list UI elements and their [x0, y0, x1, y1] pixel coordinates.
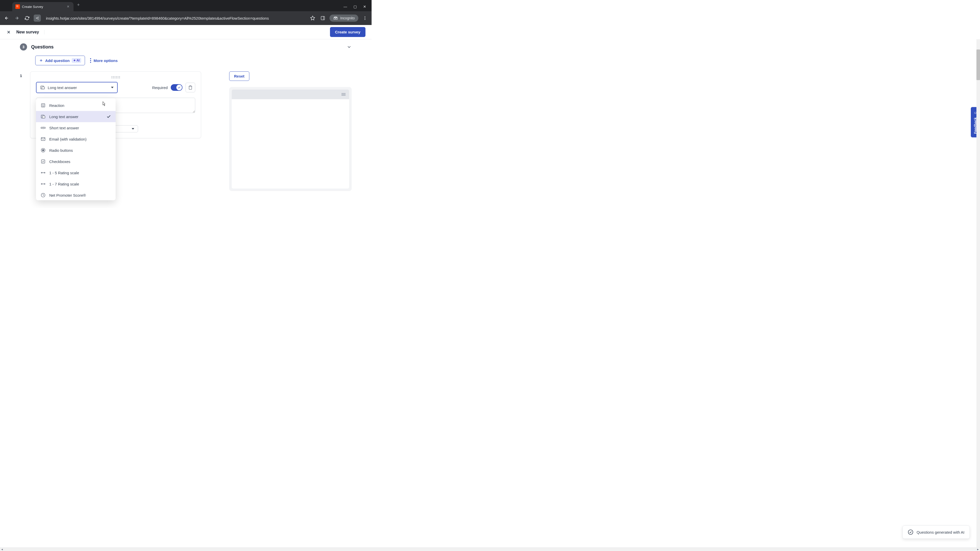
- long-text-icon: [41, 114, 46, 119]
- preview-box: [229, 87, 352, 191]
- side-panel-icon[interactable]: [319, 14, 326, 22]
- close-window-icon[interactable]: ✕: [363, 5, 366, 9]
- check-icon: [107, 114, 111, 119]
- question-card: Long text answer Required: [30, 71, 201, 138]
- maximize-icon[interactable]: ▢: [353, 5, 357, 9]
- section-title: Questions: [31, 44, 342, 50]
- question-number: 1: [20, 71, 25, 138]
- browser-toolbar: insights.hotjar.com/sites/3814994/survey…: [0, 11, 372, 25]
- svg-point-31: [44, 172, 45, 173]
- reload-button[interactable]: [24, 14, 30, 22]
- forward-button[interactable]: [13, 14, 21, 22]
- add-question-label: Add question: [45, 59, 70, 63]
- required-label: Required: [152, 86, 168, 90]
- action-row: Add question ✦ AI More options: [35, 56, 352, 65]
- add-question-button[interactable]: Add question ✦ AI: [35, 56, 85, 65]
- scale-icon: [41, 181, 46, 186]
- svg-point-8: [365, 16, 366, 17]
- hamburger-icon[interactable]: [342, 93, 345, 96]
- caret-down-icon: [132, 128, 134, 130]
- main-content: 3 Questions Add question ✦ AI More optio…: [0, 39, 372, 208]
- svg-point-2: [38, 19, 38, 19]
- svg-point-6: [334, 18, 336, 20]
- drag-handle-icon[interactable]: [36, 76, 195, 77]
- svg-rect-22: [41, 127, 42, 129]
- dropdown-item-nps[interactable]: Net Promoter Score®: [36, 189, 116, 200]
- collapse-chevron-icon[interactable]: [347, 44, 352, 49]
- tab-close-icon[interactable]: ×: [66, 4, 70, 9]
- bookmark-icon[interactable]: [309, 14, 316, 22]
- more-options-label: More options: [94, 59, 118, 63]
- url-bar[interactable]: insights.hotjar.com/sites/3814994/survey…: [44, 16, 306, 21]
- browser-menu-icon[interactable]: [361, 14, 369, 22]
- survey-title: New survey: [16, 30, 45, 35]
- more-options-button[interactable]: More options: [90, 58, 118, 63]
- long-text-icon: [40, 85, 45, 90]
- questions-section-header[interactable]: 3 Questions: [20, 39, 352, 56]
- scale-icon: [41, 170, 46, 175]
- svg-point-18: [42, 105, 43, 105]
- svg-point-32: [41, 183, 42, 184]
- kebab-icon: [90, 58, 91, 63]
- question-type-select[interactable]: Long text answer: [36, 82, 118, 93]
- incognito-badge[interactable]: Incognito: [329, 14, 358, 22]
- svg-point-29: [41, 172, 42, 173]
- reaction-icon: [41, 103, 46, 108]
- preview-widget-header: [232, 89, 349, 99]
- dropdown-item-email[interactable]: Email (with validation): [36, 133, 116, 144]
- svg-rect-17: [41, 103, 45, 107]
- svg-rect-28: [41, 160, 45, 163]
- dropdown-item-checkbox[interactable]: Checkboxes: [36, 156, 116, 167]
- dropdown-item-scale-7[interactable]: 1 - 7 Rating scale: [36, 178, 116, 189]
- dropdown-item-radio[interactable]: Radio buttons: [36, 144, 116, 156]
- dropdown-item-reaction[interactable]: Reaction: [36, 100, 116, 111]
- reset-button[interactable]: Reset: [229, 71, 249, 81]
- delete-question-button[interactable]: [186, 83, 195, 92]
- preview-panel: Reset: [229, 71, 352, 191]
- svg-rect-4: [321, 16, 325, 20]
- incognito-icon: [333, 17, 338, 20]
- svg-point-27: [42, 149, 44, 151]
- minimize-icon[interactable]: —: [344, 5, 347, 9]
- create-survey-button[interactable]: Create survey: [330, 27, 366, 37]
- dropdown-item-scale-5[interactable]: 1 - 5 Rating scale: [36, 167, 116, 178]
- email-icon: [41, 137, 46, 141]
- ai-badge: ✦ AI: [72, 58, 81, 63]
- required-toggle[interactable]: [171, 84, 183, 91]
- back-button[interactable]: [3, 14, 10, 22]
- radio-icon: [41, 148, 46, 153]
- svg-point-19: [44, 105, 44, 105]
- svg-point-7: [336, 18, 338, 20]
- nps-icon: [41, 192, 46, 198]
- svg-rect-21: [42, 116, 45, 118]
- tab-search-area: [0, 0, 12, 11]
- checkbox-icon: [41, 159, 46, 164]
- close-editor-button[interactable]: [6, 30, 11, 35]
- plus-icon: [39, 59, 43, 62]
- caret-down-icon: [111, 87, 114, 88]
- app-header: New survey Create survey: [0, 25, 372, 39]
- drag-handle-icon[interactable]: [36, 78, 195, 78]
- dropdown-item-long-text[interactable]: Long text answer: [36, 111, 116, 122]
- preview-body: [232, 99, 349, 189]
- dropdown-item-short-text[interactable]: Short text answer: [36, 122, 116, 133]
- trash-icon: [188, 85, 192, 90]
- incognito-label: Incognito: [340, 16, 355, 20]
- new-tab-button[interactable]: +: [73, 2, 83, 8]
- question-type-dropdown: Reaction Long text answer Short text ans…: [36, 98, 116, 200]
- svg-rect-24: [44, 127, 45, 129]
- svg-point-1: [38, 17, 38, 17]
- tab-title: Create Survey: [22, 5, 64, 9]
- svg-point-34: [44, 183, 45, 184]
- site-info-icon[interactable]: [34, 14, 41, 22]
- browser-tab[interactable]: Create Survey ×: [12, 2, 73, 11]
- window-controls: — ▢ ✕: [344, 5, 372, 11]
- svg-rect-16: [42, 87, 45, 89]
- svg-marker-3: [310, 16, 315, 20]
- svg-point-0: [36, 18, 37, 18]
- step-number-badge: 3: [20, 43, 27, 51]
- type-select-label: Long text answer: [48, 86, 108, 90]
- svg-point-10: [365, 19, 366, 20]
- svg-point-9: [365, 18, 366, 19]
- short-text-icon: [41, 125, 46, 130]
